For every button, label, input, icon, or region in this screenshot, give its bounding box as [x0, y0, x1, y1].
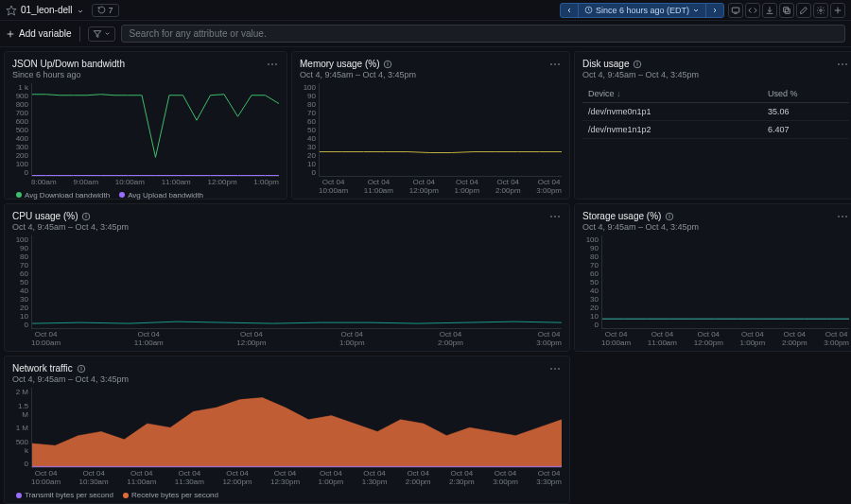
- legend-item[interactable]: Avg Upload bandwidth: [119, 191, 203, 200]
- legend-item[interactable]: Receive bytes per second: [123, 491, 218, 499]
- panel-bandwidth: JSON Up/Down bandwidth ⋯ Since 6 hours a…: [4, 51, 287, 200]
- panel-memory: Memory usage (%) ⋯ Oct 4, 9:45am – Oct 4…: [291, 51, 570, 200]
- download-icon[interactable]: [762, 3, 777, 18]
- panel-title: Network traffic: [12, 363, 86, 374]
- filter-button[interactable]: [88, 26, 115, 42]
- panel-title: Disk usage: [582, 59, 642, 69]
- time-prev-icon[interactable]: [561, 4, 579, 17]
- empty-cell: [574, 356, 851, 504]
- svg-point-6: [820, 9, 823, 11]
- panel-title: Memory usage (%): [300, 59, 392, 69]
- panel-menu-icon[interactable]: ⋯: [837, 213, 849, 220]
- add-variable-button[interactable]: Add variable: [6, 28, 72, 39]
- search-input[interactable]: [121, 25, 845, 43]
- legend-item[interactable]: Transmit bytes per second: [16, 491, 113, 499]
- svg-marker-11: [94, 30, 101, 37]
- svg-marker-0: [7, 6, 16, 15]
- table-row[interactable]: /dev/nvme0n1p135.06: [582, 103, 849, 121]
- info-icon[interactable]: [77, 364, 86, 374]
- star-icon[interactable]: [6, 5, 17, 16]
- time-picker[interactable]: Since 6 hours ago (EDT): [560, 3, 724, 18]
- panel-title: JSON Up/Down bandwidth: [12, 59, 125, 69]
- table-row[interactable]: /dev/nvme1n1p26.407: [582, 121, 849, 139]
- panel-disk: Disk usage ⋯ Oct 4, 9:45am – Oct 4, 3:45…: [574, 51, 851, 200]
- chart-area[interactable]: [601, 235, 849, 329]
- reload-badge[interactable]: 7: [92, 4, 119, 17]
- panel-subtitle: Since 6 hours ago: [12, 70, 279, 79]
- gear-icon[interactable]: [813, 3, 828, 18]
- info-icon[interactable]: [81, 212, 91, 221]
- table-header: Device ↓ Used %: [582, 85, 849, 103]
- chart-area[interactable]: [31, 388, 562, 468]
- panel-menu-icon[interactable]: ⋯: [549, 213, 562, 220]
- panel-subtitle: Oct 4, 9:45am – Oct 4, 3:45pm: [300, 70, 562, 79]
- chevron-down-icon: [692, 7, 700, 14]
- clock-icon: [584, 6, 593, 14]
- panel-network: Network traffic ⋯ Oct 4, 9:45am – Oct 4,…: [4, 356, 570, 504]
- svg-rect-5: [784, 7, 789, 11]
- panel-storage: Storage usage (%) ⋯ Oct 4, 9:45am – Oct …: [574, 203, 851, 352]
- panel-menu-icon[interactable]: ⋯: [549, 365, 562, 373]
- svg-rect-4: [785, 9, 790, 13]
- chart-area[interactable]: [319, 83, 562, 177]
- add-icon[interactable]: [830, 3, 845, 18]
- chart-area[interactable]: [31, 235, 562, 329]
- panel-subtitle: Oct 4, 9:45am – Oct 4, 3:45pm: [582, 70, 849, 79]
- info-icon[interactable]: [665, 212, 674, 221]
- chevron-down-icon[interactable]: [77, 7, 84, 14]
- copy-icon[interactable]: [779, 3, 794, 18]
- panel-menu-icon[interactable]: ⋯: [267, 61, 279, 68]
- dashboard-title[interactable]: 01_leon-dell: [21, 5, 73, 15]
- edit-icon[interactable]: [796, 3, 811, 18]
- time-next-icon[interactable]: [705, 4, 723, 17]
- chart-area[interactable]: [31, 83, 279, 177]
- panel-subtitle: Oct 4, 9:45am – Oct 4, 3:45pm: [582, 222, 849, 232]
- panel-subtitle: Oct 4, 9:45am – Oct 4, 3:45pm: [12, 222, 562, 232]
- panel-title: CPU usage (%): [12, 211, 91, 221]
- panel-menu-icon[interactable]: ⋯: [549, 61, 562, 68]
- panel-cpu: CPU usage (%) ⋯ Oct 4, 9:45am – Oct 4, 3…: [4, 203, 570, 352]
- info-icon[interactable]: [383, 60, 392, 69]
- panel-menu-icon[interactable]: ⋯: [837, 61, 849, 68]
- panel-title: Storage usage (%): [582, 211, 674, 221]
- code-icon[interactable]: [745, 3, 760, 18]
- svg-rect-2: [732, 8, 739, 12]
- info-icon[interactable]: [633, 60, 642, 69]
- legend-item[interactable]: Avg Download bandwidth: [16, 191, 110, 200]
- tv-icon[interactable]: [728, 3, 743, 18]
- panel-subtitle: Oct 4, 9:45am – Oct 4, 3:45pm: [12, 374, 562, 384]
